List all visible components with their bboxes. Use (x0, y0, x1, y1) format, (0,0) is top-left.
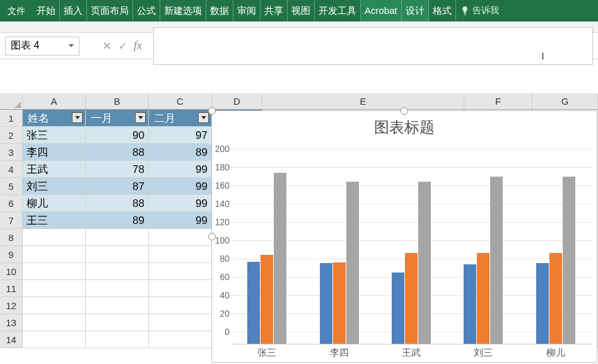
row-header[interactable]: 3 (0, 144, 23, 160)
cell[interactable] (149, 246, 212, 262)
chart-bar[interactable] (563, 177, 575, 344)
cell[interactable] (86, 314, 149, 331)
row-header[interactable]: 11 (0, 280, 23, 296)
chart-bar[interactable] (392, 273, 404, 344)
cell[interactable]: 99 (149, 195, 212, 211)
cell[interactable] (149, 263, 212, 279)
ribbon-tab[interactable]: Acrobat (361, 0, 402, 21)
cell[interactable] (23, 314, 86, 331)
cell[interactable] (149, 229, 212, 245)
chart-bar[interactable] (418, 182, 431, 344)
col-header[interactable]: G (532, 93, 598, 109)
fx-icon[interactable]: fx (134, 39, 142, 52)
formula-input[interactable]: I (153, 27, 593, 65)
cell[interactable]: 柳儿 (23, 195, 86, 211)
select-all-corner[interactable] (0, 93, 23, 109)
ribbon-tab[interactable]: 格式 (429, 0, 456, 21)
cell[interactable]: 王武 (23, 161, 86, 177)
filter-dropdown-icon[interactable] (198, 112, 209, 123)
cell[interactable] (23, 331, 86, 348)
cell[interactable]: 99 (149, 161, 212, 177)
cell[interactable] (23, 246, 86, 262)
cell[interactable]: 99 (149, 178, 212, 194)
chart-bar[interactable] (261, 255, 273, 344)
ribbon-tab[interactable]: 插入 (60, 0, 87, 21)
cell[interactable]: 刘三 (23, 178, 86, 194)
resize-handle[interactable] (401, 107, 408, 115)
cell[interactable] (149, 331, 212, 348)
row-header[interactable]: 6 (0, 195, 23, 211)
cell[interactable] (23, 263, 86, 279)
chart-bar[interactable] (490, 177, 503, 344)
cell[interactable]: 88 (86, 195, 149, 211)
cell[interactable] (23, 297, 86, 314)
ribbon-tab[interactable]: 开发工具 (315, 0, 361, 21)
row-header[interactable]: 12 (0, 297, 23, 314)
col-header[interactable]: C (149, 93, 212, 109)
ribbon-tab[interactable]: 设计 (402, 0, 429, 21)
cell[interactable]: 张三 (23, 127, 86, 143)
row-header[interactable]: 9 (0, 246, 23, 262)
cell[interactable] (23, 280, 86, 296)
ribbon-tab[interactable]: 共享 (261, 0, 288, 21)
ribbon-tab[interactable]: 审阅 (233, 0, 261, 21)
cell[interactable] (86, 280, 149, 296)
chart-plot-area[interactable]: 020406080100120140160180200张三李四王武刘三柳儿 (231, 149, 592, 344)
cell[interactable]: 88 (86, 144, 149, 160)
ribbon-tab[interactable]: 开始 (33, 0, 60, 21)
col-header[interactable]: A (23, 93, 86, 109)
row-header[interactable]: 7 (0, 212, 23, 228)
col-header[interactable]: B (86, 93, 149, 109)
chart-title[interactable]: 图表标题 (212, 111, 597, 141)
cell[interactable]: 87 (86, 178, 149, 194)
chart-bar[interactable] (333, 262, 346, 344)
row-header[interactable]: 4 (0, 161, 23, 177)
row-header[interactable]: 5 (0, 178, 23, 194)
cell[interactable]: 97 (149, 127, 212, 143)
row-header[interactable]: 13 (0, 314, 23, 331)
cell[interactable] (86, 263, 149, 279)
table-header-cell[interactable]: 姓名 (23, 110, 86, 126)
tell-me-input[interactable]: 告诉我 (456, 5, 503, 16)
ribbon-tab[interactable]: 数据 (206, 0, 233, 21)
filter-dropdown-icon[interactable] (135, 112, 146, 123)
ribbon-tab[interactable]: 公式 (133, 0, 160, 21)
col-header[interactable]: E (262, 93, 464, 109)
cell[interactable]: 99 (149, 212, 212, 228)
cancel-icon[interactable]: ✕ (102, 39, 112, 53)
row-header[interactable]: 10 (0, 263, 23, 279)
col-header[interactable]: D (212, 93, 262, 109)
row-header[interactable]: 2 (0, 127, 23, 143)
cell[interactable] (23, 229, 86, 245)
chart-bar[interactable] (247, 262, 260, 344)
chart-bar[interactable] (320, 263, 332, 344)
row-header[interactable]: 14 (0, 331, 23, 348)
ribbon-tab[interactable]: 视图 (288, 0, 315, 21)
ribbon-tab[interactable]: 页面布局 (87, 0, 133, 21)
chart-bar[interactable] (464, 264, 476, 344)
cell[interactable] (149, 314, 212, 331)
confirm-icon[interactable]: ✓ (118, 39, 127, 53)
row-header[interactable]: 8 (0, 229, 23, 245)
ribbon-tab[interactable]: 新建选项 (160, 0, 206, 21)
resize-handle[interactable] (208, 107, 216, 115)
file-menu[interactable]: 文件 (0, 0, 33, 21)
cell[interactable] (86, 246, 149, 262)
chart-bar[interactable] (346, 182, 359, 344)
cell[interactable] (149, 297, 212, 314)
chart-bar[interactable] (549, 253, 562, 344)
cell[interactable]: 90 (86, 127, 149, 143)
filter-dropdown-icon[interactable] (72, 112, 83, 123)
cell[interactable] (86, 331, 149, 348)
chart-bar[interactable] (477, 253, 490, 344)
chart-bar[interactable] (536, 263, 549, 344)
chart-bar[interactable] (274, 173, 286, 344)
cell[interactable]: 78 (86, 161, 149, 177)
table-header-cell[interactable]: 二月 (149, 110, 212, 126)
col-header[interactable]: F (464, 93, 532, 109)
cell[interactable]: 89 (86, 212, 149, 228)
row-header[interactable]: 1 (0, 110, 23, 126)
cell[interactable] (149, 280, 212, 296)
chart-bar[interactable] (405, 253, 418, 344)
cell[interactable]: 王三 (23, 212, 86, 228)
